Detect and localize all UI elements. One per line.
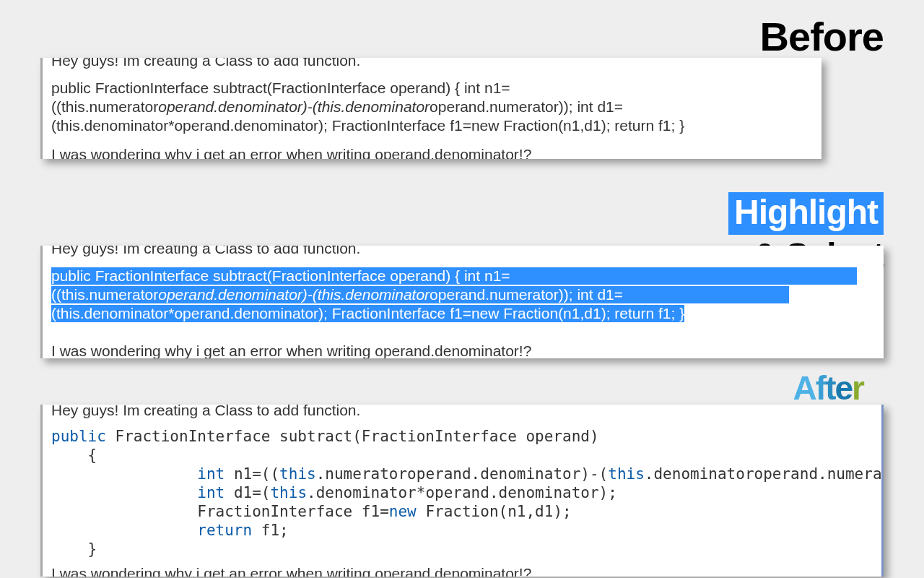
after-code-line-1: public FractionInterface subtract(Fracti…	[51, 428, 599, 445]
intro-text-2: Hey guys! Im creating a Class to add fun…	[51, 246, 360, 257]
highlight-code-line-2[interactable]: ((this.numeratoroperand.denominator)-(th…	[51, 286, 789, 303]
highlight-code-line-1[interactable]: public FractionInterface subtract(Fracti…	[51, 267, 857, 285]
highlight-code-line-3[interactable]: (this.denominator*operand.denominator); …	[51, 305, 684, 322]
panel-highlight: Hey guys! Im creating a Class to add fun…	[40, 246, 884, 358]
after-code-line-7: }	[51, 540, 97, 558]
after-code-line-5: FractionInterface f1=new Fraction(n1,d1)…	[51, 503, 572, 520]
after-code-line-2: {	[51, 447, 97, 464]
before-code-line-1: public FractionInterface subtract(Fracti…	[51, 79, 510, 97]
outro-text: I was wondering why i get an error when …	[51, 146, 531, 159]
intro-text: Hey guys! Im creating a Class to add fun…	[51, 58, 360, 69]
panel-before: Hey guys! Im creating a Class to add fun…	[40, 58, 821, 159]
label-after: After	[793, 368, 863, 407]
after-code-line-6: return f1;	[51, 522, 289, 539]
outro-text-2: I was wondering why i get an error when …	[51, 342, 531, 358]
before-code-line-3: (this.denominator*operand.denominator); …	[51, 117, 684, 134]
after-code-line-4: int d1=(this.denominator*operand.denomin…	[51, 484, 617, 501]
after-code-line-3: int n1=((this.numeratoroperand.denominat…	[51, 465, 884, 483]
label-before: Before	[760, 13, 884, 60]
panel-after: Hey guys! Im creating a Class to add fun…	[40, 405, 884, 577]
before-code-line-2: ((this.numeratoroperand.denominator)-(th…	[51, 98, 623, 116]
label-highlight: Highlight	[728, 192, 884, 235]
intro-text-3: Hey guys! Im creating a Class to add fun…	[51, 405, 360, 419]
outro-text-3: I was wondering why i get an error when …	[51, 565, 531, 577]
